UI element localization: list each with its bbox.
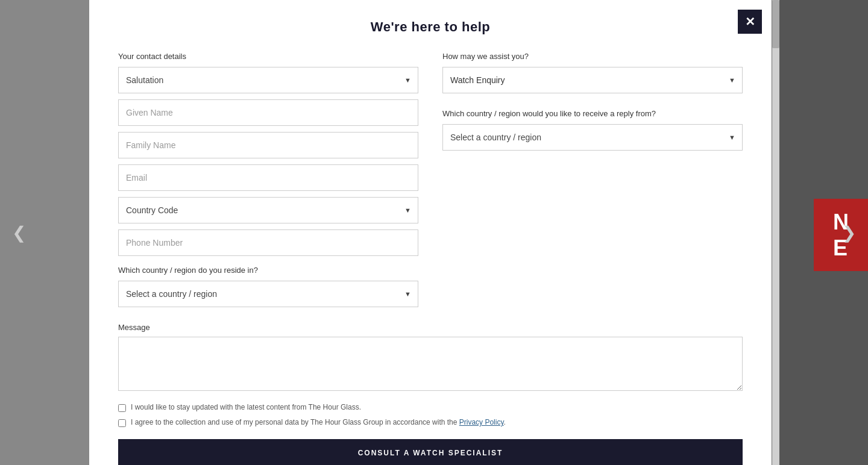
family-name-input[interactable] [118, 132, 418, 158]
salutation-select[interactable]: Salutation Mr. Mrs. Ms. Dr. [118, 67, 418, 93]
given-name-group [118, 99, 418, 126]
country-reply-label: Which country / region would you like to… [442, 109, 743, 118]
left-column: Your contact details Salutation Mr. Mrs.… [118, 52, 418, 313]
page-background: N E ❮ ❯ ✕ We're here to help Your contac… [0, 0, 868, 465]
form-columns: Your contact details Salutation Mr. Mrs.… [118, 52, 743, 313]
family-name-group [118, 132, 418, 158]
enquiry-select[interactable]: Watch Enquiry General Enquiry After Sale… [442, 67, 743, 93]
newsletter-checkbox[interactable] [118, 404, 126, 412]
reside-wrapper: Select a country / region Singapore Unit… [118, 281, 418, 307]
salutation-wrapper: Salutation Mr. Mrs. Ms. Dr. ▼ [118, 67, 418, 93]
checkbox-section: I would like to stay updated with the la… [118, 403, 743, 427]
prev-arrow[interactable]: ❮ [12, 223, 26, 243]
modal-content: ✕ We're here to help Your contact detail… [89, 0, 772, 465]
reside-group: Which country / region do you reside in?… [118, 266, 418, 307]
country-reply-select[interactable]: Select a country / region Singapore Unit… [442, 124, 743, 151]
email-group [118, 164, 418, 191]
reside-select[interactable]: Select a country / region Singapore Unit… [118, 281, 418, 307]
close-button[interactable]: ✕ [738, 10, 762, 34]
salutation-group: Salutation Mr. Mrs. Ms. Dr. ▼ [118, 67, 418, 93]
message-textarea[interactable] [118, 337, 743, 391]
modal-title: We're here to help [118, 19, 743, 35]
privacy-checkbox[interactable] [118, 419, 126, 427]
reside-question-label: Which country / region do you reside in? [118, 266, 418, 275]
right-section-label: How may we assist you? [442, 52, 743, 61]
checkbox-row-1: I would like to stay updated with the la… [118, 403, 743, 412]
country-reply-group: Which country / region would you like to… [442, 109, 743, 151]
left-section-label: Your contact details [118, 52, 418, 61]
right-column: How may we assist you? Watch Enquiry Gen… [442, 52, 743, 313]
next-arrow[interactable]: ❯ [842, 223, 856, 243]
message-label: Message [118, 323, 743, 332]
phone-input[interactable] [118, 229, 418, 256]
modal-overlay: ✕ We're here to help Your contact detail… [89, 0, 772, 465]
given-name-input[interactable] [118, 99, 418, 126]
scrollbar-thumb[interactable] [772, 0, 779, 48]
message-section: Message [118, 323, 743, 393]
newsletter-label: I would like to stay updated with the la… [131, 403, 361, 411]
enquiry-wrapper: Watch Enquiry General Enquiry After Sale… [442, 67, 743, 93]
checkbox-row-2: I agree to the collection and use of my … [118, 418, 743, 427]
country-code-group: Country Code +1 (US) +44 (UK) +65 (SG) ▼ [118, 197, 418, 223]
privacy-text: I agree to the collection and use of my … [131, 418, 506, 426]
privacy-link[interactable]: Privacy Policy [459, 418, 504, 426]
country-code-wrapper: Country Code +1 (US) +44 (UK) +65 (SG) ▼ [118, 197, 418, 223]
enquiry-group: Watch Enquiry General Enquiry After Sale… [442, 67, 743, 93]
country-reply-wrapper: Select a country / region Singapore Unit… [442, 124, 743, 151]
phone-group [118, 229, 418, 256]
scrollbar-track[interactable] [772, 0, 779, 465]
cta-button[interactable]: CONSULT A WATCH SPECIALIST [118, 439, 743, 465]
country-code-select[interactable]: Country Code +1 (US) +44 (UK) +65 (SG) [118, 197, 418, 223]
bg-banner: N E [814, 199, 868, 271]
email-input[interactable] [118, 164, 418, 191]
